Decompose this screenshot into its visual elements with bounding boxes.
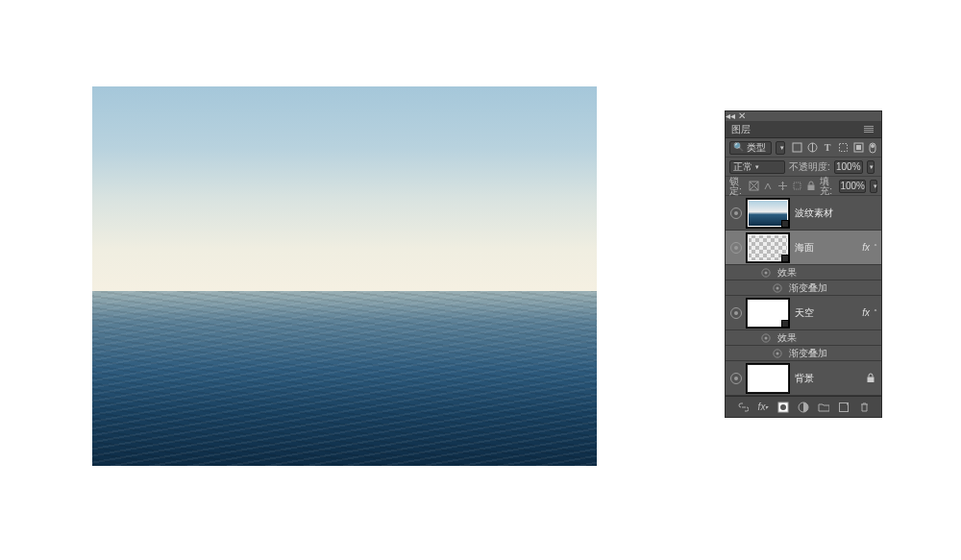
effect-name: 渐变叠加 [789,283,827,293]
new-group-icon[interactable] [818,402,829,413]
layer-list: 波纹素材 海面 fx ˄ 效果 渐变叠加 天空 fx [726,196,881,396]
svg-rect-9 [808,185,815,191]
eye-icon[interactable] [730,207,742,219]
blend-mode-select[interactable]: 正常 ▾ [729,160,785,174]
effect-row[interactable]: 渐变叠加 [726,280,881,296]
filter-pixel-icon[interactable] [791,142,802,154]
layer-name[interactable]: 天空 [795,308,862,318]
layer-thumbnail[interactable] [747,364,789,393]
layer-thumbnail[interactable] [747,299,789,328]
effects-heading: 效果 [777,268,797,278]
lock-icon [866,373,875,383]
eye-icon[interactable] [762,268,771,277]
new-layer-icon[interactable] [838,402,850,413]
layer-name[interactable]: 背景 [795,374,866,383]
svg-rect-2 [839,144,847,152]
layer-name[interactable]: 波纹素材 [795,208,881,218]
svg-rect-0 [793,143,801,152]
eye-icon[interactable] [774,349,782,357]
sea-gradient [92,291,597,466]
search-icon: 🔍 [733,143,744,152]
delete-layer-icon[interactable] [858,402,870,413]
lock-transparent-icon[interactable] [749,181,759,192]
filter-row: 🔍 类型 ▾ T [726,138,881,158]
collapse-icon[interactable]: ◂◂ [726,110,735,121]
panel-footer: fx▾ [726,396,881,417]
lock-position-icon[interactable] [777,181,788,192]
fill-label: 填充: [820,177,835,196]
filter-toggle-icon[interactable] [868,142,877,154]
filter-type-icon[interactable]: T [822,142,833,154]
effects-heading-row[interactable]: 效果 [726,330,881,346]
new-adjustment-icon[interactable] [798,402,809,413]
opacity-label: 不透明度: [789,162,830,172]
layer-row[interactable]: 背景 [726,361,881,396]
svg-rect-10 [868,377,875,383]
svg-rect-8 [794,183,801,189]
blend-mode-value: 正常 [733,162,752,172]
chevron-up-icon[interactable]: ˄ [874,244,877,252]
panel-titlebar: 图层 [726,121,881,138]
chevron-down-icon: ▾ [755,163,759,170]
lock-label: 锁定: [729,177,745,196]
filter-dropdown-arrow[interactable]: ▾ [776,141,785,155]
panel-menu-icon[interactable] [862,124,875,134]
panel-title: 图层 [731,125,751,134]
effect-row[interactable]: 渐变叠加 [726,346,881,361]
layer-row[interactable]: 天空 fx ˄ [726,296,881,330]
eye-icon[interactable] [730,307,742,319]
sky-gradient [92,86,597,291]
document-canvas[interactable] [92,86,597,466]
link-layers-icon[interactable] [737,402,749,413]
filter-type-label: 类型 [747,143,766,153]
layer-row[interactable]: 波纹素材 [726,196,881,231]
add-style-icon[interactable]: fx▾ [757,402,769,413]
filter-type-select[interactable]: 🔍 类型 [729,141,772,155]
filter-smart-icon[interactable] [852,142,864,154]
blend-row: 正常 ▾ 不透明度: 100% ▾ [726,158,881,177]
layer-row[interactable]: 海面 fx ˄ [726,231,881,265]
opacity-dropdown[interactable]: ▾ [867,160,875,174]
opacity-value[interactable]: 100% [834,160,863,174]
svg-rect-4 [856,145,861,150]
close-icon[interactable]: ✕ [738,110,746,121]
fx-badge[interactable]: fx [862,243,870,253]
layer-name[interactable]: 海面 [795,243,862,253]
svg-point-6 [871,144,875,148]
effects-heading-row[interactable]: 效果 [726,265,881,280]
svg-point-12 [780,404,786,410]
filter-shape-icon[interactable] [837,142,849,154]
lock-row: 锁定: 填充: 100% ▾ [726,177,881,196]
filter-adjustment-icon[interactable] [806,142,818,154]
lock-image-icon[interactable] [763,181,774,192]
chevron-up-icon[interactable]: ˄ [874,309,877,317]
effect-name: 渐变叠加 [789,349,827,358]
layer-thumbnail[interactable] [747,199,789,228]
eye-icon[interactable] [774,283,782,292]
fill-dropdown[interactable]: ▾ [870,180,877,193]
eye-icon[interactable] [762,333,771,342]
lock-artboard-icon[interactable] [792,181,802,192]
layer-thumbnail[interactable] [747,233,789,262]
lock-all-icon[interactable] [806,181,816,192]
eye-icon[interactable] [730,242,742,254]
eye-icon[interactable] [730,373,742,384]
fill-value[interactable]: 100% [839,180,866,193]
effects-heading: 效果 [777,333,797,343]
fx-badge[interactable]: fx [862,308,870,318]
add-mask-icon[interactable] [777,402,789,413]
layers-panel: ◂◂ ✕ 图层 🔍 类型 ▾ T 正常 ▾ [725,110,882,418]
